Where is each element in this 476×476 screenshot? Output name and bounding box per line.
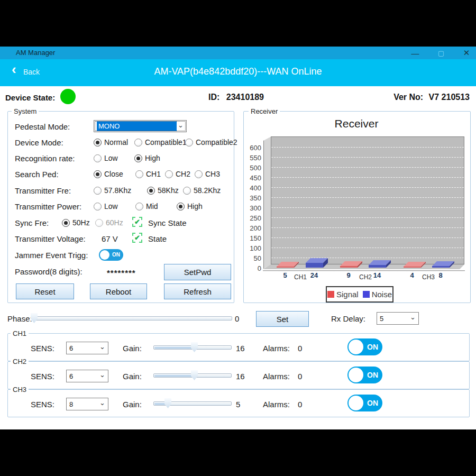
rx-delay-select[interactable]: 5 ⌄ — [377, 312, 419, 325]
radio-icon — [183, 187, 191, 195]
chart-bar-noise-ch3 — [432, 266, 450, 268]
toggle-knob — [349, 340, 363, 354]
radio-fre-58-2[interactable]: 58.2Khz — [183, 186, 221, 195]
legend-signal-label: Signal — [336, 290, 359, 299]
y-tick: 200 — [243, 224, 261, 232]
radio-search-ch2[interactable]: CH2 — [165, 169, 190, 179]
ch1-power-toggle[interactable]: ON — [347, 338, 382, 355]
radio-power-low[interactable]: Low — [94, 202, 118, 211]
close-button[interactable]: ✕ — [460, 47, 473, 59]
chart-bar-signal-ch3 — [404, 267, 421, 268]
system-group-label: System — [12, 107, 39, 115]
radio-icon — [165, 170, 173, 178]
ch1-group-label: CH1 — [11, 329, 29, 337]
radio-search-ch1[interactable]: CH1 — [135, 169, 161, 179]
radio-label: 60Hz — [106, 218, 123, 227]
ch3-gain-label: Gain: — [123, 400, 142, 409]
radio-label: Low — [104, 202, 118, 210]
gridline — [271, 147, 464, 148]
radio-sync-50hz[interactable]: 50Hz — [62, 218, 90, 227]
ch2-sens-value: 6 — [69, 372, 73, 380]
radio-sync-60hz[interactable]: 60Hz — [95, 218, 123, 227]
device-state-indicator — [60, 89, 76, 104]
window-title: AM Manager — [16, 49, 55, 57]
minimize-button[interactable]: — — [408, 47, 422, 59]
maximize-button[interactable]: ▢ — [434, 47, 448, 59]
ch1-gain-label: Gain: — [123, 344, 142, 353]
ch1-alarms-value: 0 — [298, 344, 302, 353]
ch3-group-label: CH3 — [11, 386, 29, 393]
ch3-gain-value: 5 — [236, 400, 240, 409]
radio-power-high[interactable]: High — [177, 202, 203, 211]
refresh-button[interactable]: Refresh — [164, 283, 231, 299]
jammer-toggle[interactable]: ON — [99, 249, 123, 261]
radio-label: CH3 — [205, 170, 220, 178]
radio-recognition-low[interactable]: Low — [94, 153, 118, 163]
x-category-label: CH1 — [289, 273, 312, 281]
state-checkbox[interactable]: ✔ — [132, 233, 142, 243]
radio-search-close[interactable]: Close — [94, 169, 123, 179]
radio-icon — [95, 219, 103, 227]
radio-icon — [177, 203, 185, 210]
chevron-down-icon: ⌄ — [99, 400, 105, 406]
ch2-alarms-value: 0 — [298, 372, 302, 381]
reset-button[interactable]: Reset — [16, 283, 74, 299]
reboot-button[interactable]: Reboot — [90, 283, 147, 299]
y-tick: 150 — [243, 234, 261, 242]
radio-fre-57-8[interactable]: 57.8Khz — [94, 186, 131, 195]
y-tick: 250 — [243, 214, 261, 222]
radio-icon — [134, 154, 142, 162]
sync-state-label: Sync State — [148, 218, 187, 227]
ver-value: V7 210513 — [429, 93, 470, 102]
chart-bar-noise-ch2 — [369, 265, 386, 268]
ch1-sens-value: 6 — [69, 344, 73, 352]
chevron-down-icon: ⌄ — [410, 315, 416, 320]
radio-icon — [185, 139, 193, 147]
gridline — [271, 227, 464, 228]
radio-fre-58[interactable]: 58Khz — [147, 186, 179, 195]
ch2-group-label: CH2 — [11, 358, 29, 365]
ch3-sens-select[interactable]: 8 ⌄ — [66, 398, 108, 410]
radio-label: CH2 — [176, 170, 190, 178]
radio-icon — [94, 139, 102, 147]
maximize-icon: ▢ — [438, 49, 444, 57]
toggle-knob — [100, 250, 109, 260]
toggle-on-label: ON — [367, 399, 378, 407]
password-value: ******** — [107, 268, 136, 277]
chart-legend: Signal Noise — [326, 286, 393, 303]
phase-slider-track[interactable] — [33, 316, 232, 321]
password-label: Password(8 digits): — [15, 267, 83, 276]
radio-search-ch3[interactable]: CH3 — [195, 169, 220, 179]
sync-state-checkbox[interactable]: ✔ — [132, 217, 142, 227]
ch2-power-toggle[interactable]: ON — [347, 367, 382, 383]
state-label: State — [148, 234, 167, 243]
radio-device-mode-compatible1[interactable]: Compatible1 — [134, 138, 187, 147]
legend-noise-label: Noise — [372, 290, 392, 299]
radio-recognition-high[interactable]: High — [134, 153, 160, 163]
setpwd-button[interactable]: SetPwd — [164, 264, 231, 280]
back-button[interactable]: Back — [23, 68, 40, 76]
radio-icon — [62, 219, 70, 227]
ch2-sens-label: SENS: — [31, 372, 54, 381]
back-chevron-icon[interactable]: ‹ — [12, 62, 16, 76]
id-value: 23410189 — [226, 93, 264, 102]
ch2-sens-select[interactable]: 6 ⌄ — [66, 370, 108, 382]
chart-title: Receiver — [243, 117, 470, 130]
set-button[interactable]: Set — [256, 311, 309, 327]
check-icon: ✔ — [134, 234, 140, 242]
rx-delay-value: 5 — [380, 315, 383, 323]
radio-device-mode-compatible2[interactable]: Compatible2 — [185, 138, 237, 147]
ch2-alarms-label: Alarms: — [263, 372, 290, 381]
minimize-icon: — — [411, 49, 419, 58]
pedestal-mode-select[interactable]: MONO ⌄ — [94, 120, 187, 132]
phase-label: Phase: — [7, 314, 32, 323]
rx-delay-label: Rx Delay: — [331, 314, 365, 323]
receiver-group-label: Receiver — [249, 107, 280, 115]
radio-power-mid[interactable]: Mid — [135, 202, 158, 211]
id-label: ID: — [208, 93, 219, 102]
ch1-sens-select[interactable]: 6 ⌄ — [66, 342, 108, 354]
transmitter-fre-label: Transmitter Fre: — [15, 186, 71, 195]
radio-device-mode-normal[interactable]: Normal — [94, 138, 128, 147]
ch3-power-toggle[interactable]: ON — [347, 395, 382, 411]
x-category-label: CH3 — [417, 273, 440, 281]
